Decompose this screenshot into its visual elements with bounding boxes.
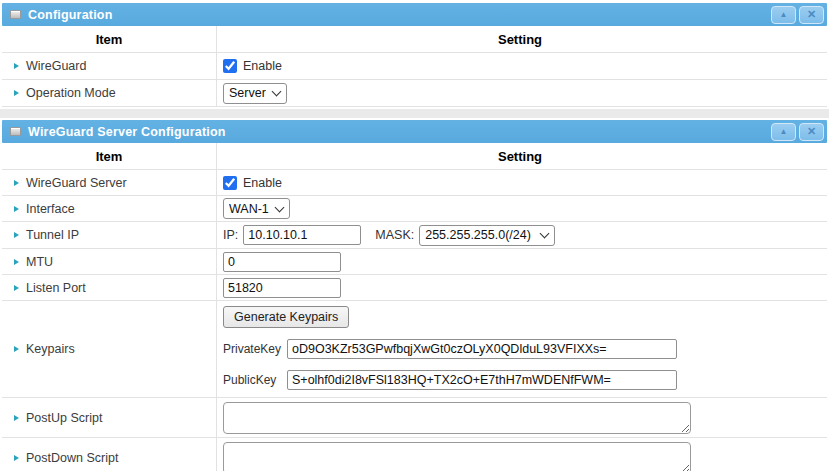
generate-keypairs-button[interactable]: Generate Keypairs [223, 306, 349, 328]
configuration-panel: Configuration ▲ ✕ Item Setting WireGuard… [2, 3, 827, 107]
tunnel-ip-ip-label: IP: [223, 228, 238, 242]
collapse-arrow-icon: ▲ [780, 11, 788, 19]
panel-window-icon [10, 10, 21, 19]
panel-title: Configuration [28, 8, 113, 22]
item-label-operation-mode: Operation Mode [26, 86, 116, 100]
configuration-table: Item Setting WireGuard Enable Operation … [2, 26, 827, 107]
close-icon: ✕ [807, 126, 816, 137]
listen-port-input[interactable] [223, 278, 341, 298]
item-arrow-icon [14, 63, 19, 69]
item-label-postdown-script: PostDown Script [26, 451, 118, 465]
item-label-wireguard-server: WireGuard Server [26, 176, 127, 190]
close-button[interactable]: ✕ [799, 6, 824, 24]
item-arrow-icon [14, 285, 19, 291]
panel-title: WireGuard Server Configuration [28, 125, 226, 139]
wireguard-server-panel-header: WireGuard Server Configuration ▲ ✕ [2, 120, 827, 143]
tunnel-mask-select[interactable]: 255.255.255.0(/24) [419, 225, 555, 246]
item-label-listen-port: Listen Port [26, 281, 86, 295]
item-arrow-icon [14, 455, 19, 461]
configuration-panel-header: Configuration ▲ ✕ [2, 3, 827, 26]
enable-label: Enable [243, 176, 282, 190]
item-arrow-icon [14, 232, 19, 238]
item-label-wireguard: WireGuard [26, 59, 86, 73]
private-key-label: PrivateKey [223, 342, 285, 356]
table-row-wireguard: WireGuard Enable [2, 53, 827, 80]
table-row-keypairs: Keypairs Generate Keypairs PrivateKey Pu… [2, 301, 827, 398]
column-header-setting: Setting [217, 147, 827, 166]
item-arrow-icon [14, 90, 19, 96]
item-arrow-icon [14, 346, 19, 352]
wireguard-server-enable-checkbox[interactable] [223, 176, 237, 190]
table-row-mtu: MTU [2, 249, 827, 275]
close-button[interactable]: ✕ [799, 123, 824, 141]
enable-label: Enable [243, 59, 282, 73]
collapse-button[interactable]: ▲ [771, 123, 796, 141]
public-key-input[interactable] [287, 370, 677, 390]
table-row-listen-port: Listen Port [2, 275, 827, 301]
column-header-item: Item [2, 26, 217, 52]
table-row-wireguard-server: WireGuard Server Enable [2, 170, 827, 196]
private-key-input[interactable] [287, 339, 677, 359]
panel-window-icon [10, 127, 21, 136]
column-header-item: Item [2, 143, 217, 169]
item-arrow-icon [14, 206, 19, 212]
table-row-operation-mode: Operation Mode Server [2, 80, 827, 107]
item-label-mtu: MTU [26, 255, 53, 269]
table-row-interface: Interface WAN-1 [2, 196, 827, 222]
wireguard-enable-checkbox[interactable] [223, 59, 237, 73]
item-arrow-icon [14, 259, 19, 265]
mtu-input[interactable] [223, 252, 341, 272]
item-arrow-icon [14, 415, 19, 421]
interface-select[interactable]: WAN-1 [223, 198, 290, 219]
close-icon: ✕ [807, 9, 816, 20]
tunnel-mask-select-wrap: 255.255.255.0(/24) [419, 225, 555, 246]
item-label-postup-script: PostUp Script [26, 411, 102, 425]
item-arrow-icon [14, 180, 19, 186]
interface-select-wrap: WAN-1 [223, 198, 290, 219]
column-header-setting: Setting [217, 30, 827, 49]
collapse-arrow-icon: ▲ [780, 128, 788, 136]
panel-separator [0, 109, 829, 118]
operation-mode-select-wrap: Server [223, 83, 287, 104]
wireguard-server-table: Item Setting WireGuard Server Enable Int… [2, 143, 827, 471]
table-row-postdown-script: PostDown Script [2, 438, 827, 471]
postup-script-textarea[interactable] [223, 402, 691, 434]
tunnel-ip-mask-label: MASK: [375, 228, 414, 242]
public-key-label: PublicKey [223, 373, 285, 387]
table-header-row: Item Setting [2, 143, 827, 170]
item-label-keypairs: Keypairs [26, 342, 75, 356]
table-header-row: Item Setting [2, 26, 827, 53]
table-row-tunnel-ip: Tunnel IP IP: MASK: 255.255.255.0(/24) [2, 222, 827, 249]
table-row-postup-script: PostUp Script [2, 398, 827, 438]
collapse-button[interactable]: ▲ [771, 6, 796, 24]
wireguard-server-configuration-panel: WireGuard Server Configuration ▲ ✕ Item … [2, 120, 827, 471]
tunnel-ip-input[interactable] [243, 225, 361, 245]
operation-mode-select[interactable]: Server [223, 83, 287, 104]
item-label-tunnel-ip: Tunnel IP [26, 228, 79, 242]
item-label-interface: Interface [26, 202, 75, 216]
postdown-script-textarea[interactable] [223, 442, 691, 471]
